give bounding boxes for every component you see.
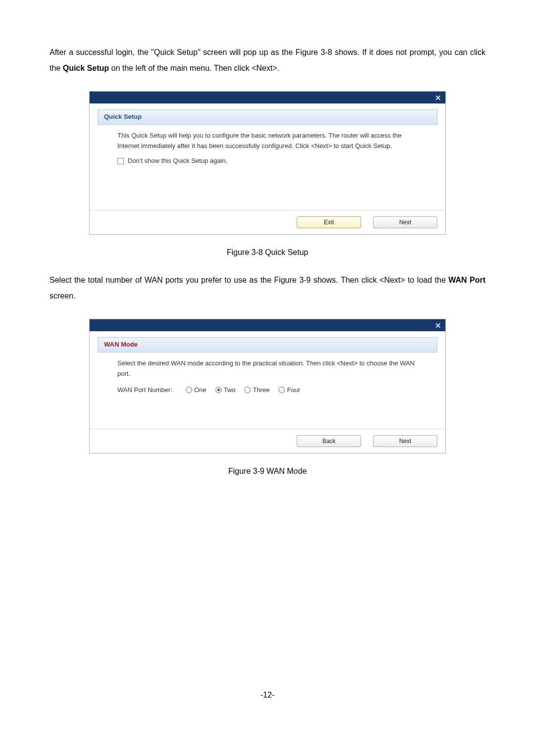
intro-text-post: on the left of the main menu. Then click…	[109, 64, 279, 72]
dont-show-row[interactable]: Don't show this Quick Setup again.	[117, 156, 423, 166]
wan-port-number-label: WAN Port Number:	[117, 385, 177, 396]
wan-mode-header: WAN Mode	[98, 337, 437, 353]
dont-show-label: Don't show this Quick Setup again.	[128, 156, 227, 166]
dialog-titlebar: ✕	[90, 319, 445, 331]
mid-text-pre: Select the total number of WAN ports you…	[50, 276, 448, 284]
radio-icon[interactable]	[278, 387, 285, 393]
radio-two-label: Two	[224, 385, 236, 396]
wan-port-number-row: WAN Port Number: One Two Three	[117, 385, 423, 396]
close-icon[interactable]: ✕	[435, 94, 441, 101]
quick-setup-dialog: ✕ Quick Setup This Quick Setup will help…	[89, 91, 446, 235]
next-button[interactable]: Next	[373, 435, 437, 447]
back-button[interactable]: Back	[297, 435, 361, 447]
quick-setup-header: Quick Setup	[98, 109, 437, 125]
radio-icon[interactable]	[215, 387, 222, 393]
radio-three-label: Three	[253, 385, 269, 396]
dialog-titlebar: ✕	[90, 92, 445, 103]
radio-three[interactable]: Three	[244, 385, 269, 396]
mid-text-bold: WAN Port	[448, 276, 485, 284]
dialog-button-row: Back Next	[90, 429, 445, 453]
dialog-button-row: Exit Next	[90, 210, 445, 234]
checkbox-icon[interactable]	[117, 158, 124, 164]
exit-button[interactable]: Exit	[297, 216, 361, 228]
wan-mode-body-text: Select the desired WAN mode according to…	[117, 358, 423, 379]
mid-text-post: screen.	[50, 292, 75, 300]
radio-one[interactable]: One	[186, 385, 207, 396]
radio-two[interactable]: Two	[215, 385, 236, 396]
radio-dot-icon	[217, 389, 220, 391]
intro-paragraph: After a successful login, the "Quick Set…	[50, 45, 485, 76]
figure-3-9-caption: Figure 3-9 WAN Mode	[50, 463, 485, 479]
radio-icon[interactable]	[244, 387, 251, 393]
mid-paragraph: Select the total number of WAN ports you…	[50, 272, 485, 304]
radio-one-label: One	[194, 385, 207, 396]
wan-mode-dialog: ✕ WAN Mode Select the desired WAN mode a…	[89, 319, 446, 454]
figure-3-8-caption: Figure 3-8 Quick Setup	[50, 245, 485, 260]
radio-icon[interactable]	[186, 387, 192, 393]
page-number: -12-	[50, 687, 485, 703]
intro-text-bold: Quick Setup	[63, 64, 109, 72]
radio-four-label: Four	[287, 385, 300, 396]
close-icon[interactable]: ✕	[435, 322, 441, 329]
quick-setup-body-text: This Quick Setup will help you to config…	[117, 131, 423, 151]
radio-four[interactable]: Four	[278, 385, 300, 396]
next-button[interactable]: Next	[373, 216, 437, 228]
